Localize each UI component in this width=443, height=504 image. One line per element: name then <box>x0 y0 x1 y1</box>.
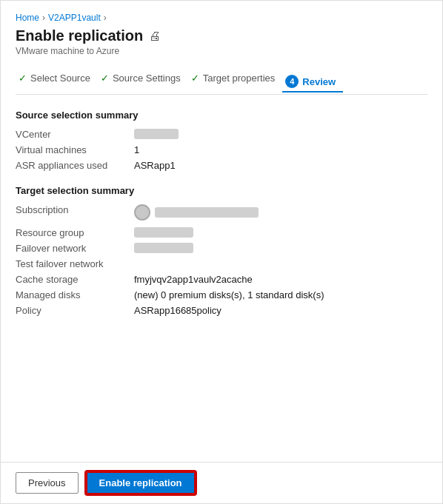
breadcrumb: Home › V2APP1vault › <box>16 13 427 23</box>
subscription-blurred <box>134 204 259 221</box>
source-section-title: Source selection summary <box>16 110 427 121</box>
step-source-settings[interactable]: ✓ Source Settings <box>98 70 188 87</box>
subscription-blurred-text <box>155 207 259 218</box>
main-content: Home › V2APP1vault › Enable replication … <box>1 1 442 462</box>
blurred-failover-network <box>134 243 193 253</box>
enable-replication-button[interactable]: Enable replication <box>86 471 196 494</box>
step-number-4: 4 <box>285 75 299 88</box>
value-resource-group <box>134 227 427 238</box>
value-failover-network <box>134 243 427 254</box>
value-policy: ASRapp16685policy <box>134 305 427 316</box>
page-title-row: Enable replication 🖨 <box>16 27 427 44</box>
label-vcenter: VCenter <box>16 129 134 140</box>
step-select-source[interactable]: ✓ Select Source <box>16 70 98 87</box>
row-cache-storage: Cache storage fmyjvqv2app1vaulv2acache <box>16 272 427 287</box>
breadcrumb-vault[interactable]: V2APP1vault <box>48 13 101 23</box>
print-icon[interactable]: 🖨 <box>149 30 161 43</box>
footer: Previous Enable replication <box>1 462 442 503</box>
row-test-failover-network: Test failover network <box>16 256 427 272</box>
label-subscription: Subscription <box>16 204 134 215</box>
step-check-3: ✓ <box>191 73 199 84</box>
step-label-1: Select Source <box>30 73 90 84</box>
value-managed-disks: (new) 0 premium disks(s), 1 standard dis… <box>134 289 427 300</box>
blurred-vcenter <box>134 129 179 139</box>
breadcrumb-separator-1: › <box>42 13 45 23</box>
breadcrumb-home[interactable]: Home <box>16 13 39 23</box>
wizard-steps: ✓ Select Source ✓ Source Settings ✓ Targ… <box>16 70 427 95</box>
label-resource-group: Resource group <box>16 227 134 238</box>
row-vcenter: VCenter <box>16 127 427 142</box>
previous-button[interactable]: Previous <box>16 472 79 494</box>
label-managed-disks: Managed disks <box>16 289 134 300</box>
row-virtual-machines: Virtual machines 1 <box>16 142 427 158</box>
label-policy: Policy <box>16 305 134 316</box>
source-summary-table: VCenter Virtual machines 1 ASR appliance… <box>16 127 427 173</box>
label-virtual-machines: Virtual machines <box>16 144 134 155</box>
value-cache-storage: fmyjvqv2app1vaulv2acache <box>134 274 427 285</box>
step-check-2: ✓ <box>101 73 109 84</box>
step-label-4: Review <box>302 76 336 87</box>
step-label-2: Source Settings <box>113 73 181 84</box>
blurred-resource-group <box>134 227 193 238</box>
value-asr-appliances: ASRapp1 <box>134 160 427 171</box>
label-test-failover-network: Test failover network <box>16 258 134 269</box>
row-policy: Policy ASRapp16685policy <box>16 303 427 318</box>
row-failover-network: Failover network <box>16 241 427 256</box>
step-target-properties[interactable]: ✓ Target properties <box>188 70 283 87</box>
value-subscription <box>134 204 427 223</box>
step-check-1: ✓ <box>19 73 27 84</box>
page-title: Enable replication <box>16 27 143 44</box>
value-vcenter <box>134 129 427 140</box>
main-window: Home › V2APP1vault › Enable replication … <box>0 0 443 504</box>
label-asr-appliances: ASR appliances used <box>16 160 134 171</box>
row-resource-group: Resource group <box>16 225 427 241</box>
value-virtual-machines: 1 <box>134 144 427 155</box>
label-cache-storage: Cache storage <box>16 274 134 285</box>
breadcrumb-separator-2: › <box>104 13 107 23</box>
subscription-circle-icon <box>134 204 150 221</box>
page-subtitle: VMware machine to Azure <box>16 46 427 56</box>
row-asr-appliances: ASR appliances used ASRapp1 <box>16 158 427 173</box>
target-section-title: Target selection summary <box>16 185 427 196</box>
row-subscription: Subscription <box>16 202 427 225</box>
step-review[interactable]: 4 Review <box>282 72 343 93</box>
label-failover-network: Failover network <box>16 243 134 254</box>
row-managed-disks: Managed disks (new) 0 premium disks(s), … <box>16 287 427 303</box>
target-summary-table: Subscription Resource group Failover net… <box>16 202 427 318</box>
step-label-3: Target properties <box>203 73 276 84</box>
